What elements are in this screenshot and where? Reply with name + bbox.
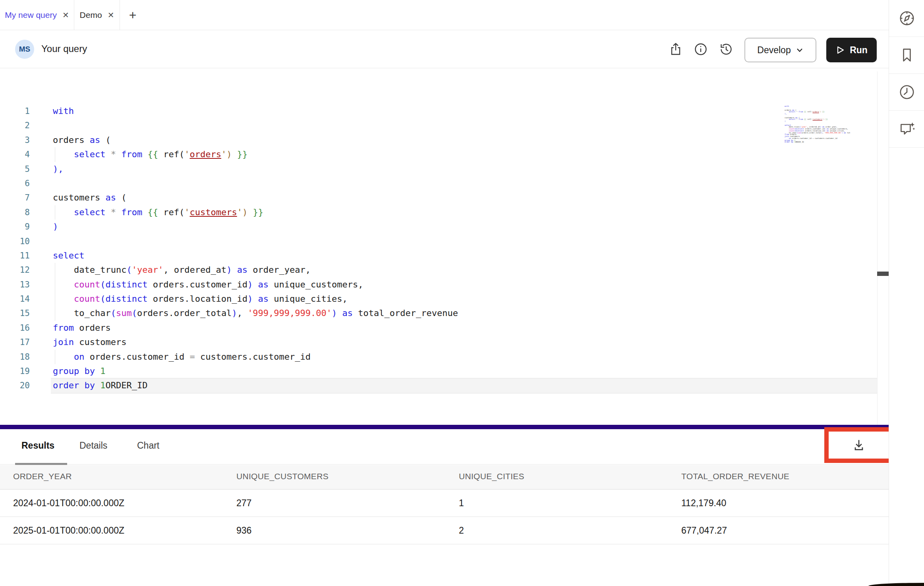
indent-guide (55, 205, 55, 220)
code-line[interactable] (51, 176, 877, 191)
tab-label: Demo (80, 10, 102, 20)
run-button[interactable]: Run (826, 38, 877, 62)
column-header[interactable]: TOTAL_ORDER_REVENUE (681, 472, 789, 481)
play-icon (835, 45, 845, 55)
code-line[interactable]: ) (51, 220, 877, 234)
chevron-down-icon (796, 46, 804, 54)
code-line[interactable]: with (51, 104, 877, 118)
code-line[interactable]: select (51, 249, 877, 263)
results-table-header: ORDER_YEAR UNIQUE_CUSTOMERS UNIQUE_CITIE… (0, 465, 889, 490)
clock-icon[interactable] (889, 74, 924, 111)
indent-guide (55, 147, 55, 162)
table-row: 2024-01-01T00:00:00.000Z 277 1 112,179.4… (0, 490, 889, 517)
code-line[interactable]: join customers (51, 335, 877, 349)
line-number: 16 (0, 321, 30, 335)
table-row: 2025-01-01T00:00:00.000Z 936 2 677,047.2… (0, 517, 889, 544)
line-number: 15 (0, 306, 30, 320)
tab-chart[interactable]: Chart (137, 440, 159, 451)
cell-unique-customers: 936 (236, 525, 251, 536)
editor-tabbar: My new query ✕ Demo ✕ + (0, 0, 889, 30)
line-number: 12 (0, 263, 30, 277)
code-line[interactable]: select * from {{ ref('orders') }} (51, 147, 877, 162)
indent-guide (55, 350, 55, 364)
indent-guide (55, 278, 55, 292)
cell-unique-cities: 2 (459, 525, 464, 536)
cell-order-year: 2025-01-01T00:00:00.000Z (13, 525, 124, 536)
line-number: 13 (0, 278, 30, 292)
cell-order-year: 2024-01-01T00:00:00.000Z (13, 498, 124, 509)
code-area[interactable]: withorders as ( select * from {{ ref('or… (51, 104, 877, 393)
code-line[interactable] (51, 234, 877, 249)
query-header: MS Your query Develop Run (0, 30, 889, 68)
cell-total-order-revenue: 677,047.27 (681, 525, 727, 536)
sql-editor[interactable]: 1234567891011121314151617181920 withorde… (0, 68, 889, 425)
line-number: 8 (0, 205, 30, 220)
minimap-line: order by 1ORDER_ID (785, 141, 850, 143)
tab-details[interactable]: Details (79, 440, 107, 451)
results-tabbar: Results Details Chart (0, 429, 889, 465)
screen-edge-artifact (868, 583, 924, 586)
line-number: 3 (0, 133, 30, 147)
code-line[interactable]: customers as ( (51, 191, 877, 205)
code-line[interactable]: ), (51, 162, 877, 176)
code-line[interactable]: orders as ( (51, 133, 877, 147)
code-line[interactable]: on orders.customer_id = customers.custom… (51, 350, 877, 364)
line-number: 14 (0, 292, 30, 306)
avatar: MS (15, 40, 34, 59)
line-number: 10 (0, 234, 30, 249)
code-line[interactable] (51, 118, 877, 133)
compass-icon[interactable] (889, 0, 924, 37)
line-number: 18 (0, 350, 30, 364)
develop-dropdown[interactable]: Develop (744, 38, 816, 62)
line-number: 1 (0, 104, 30, 118)
develop-label: Develop (757, 45, 791, 56)
info-icon[interactable] (694, 42, 708, 56)
right-sidebar (889, 0, 924, 586)
tab-label: My new query (5, 10, 57, 20)
run-label: Run (850, 45, 868, 56)
line-number: 11 (0, 249, 30, 263)
download-button[interactable] (851, 438, 866, 453)
column-header[interactable]: UNIQUE_CUSTOMERS (236, 472, 329, 481)
line-number: 5 (0, 162, 30, 176)
line-number-gutter: 1234567891011121314151617181920 (0, 104, 30, 393)
line-number: 20 (0, 378, 30, 393)
tab-demo[interactable]: Demo ✕ (74, 0, 120, 30)
cell-total-order-revenue: 112,179.40 (681, 498, 726, 509)
download-annotation-box (824, 427, 893, 463)
line-number: 9 (0, 220, 30, 234)
indent-guide (55, 292, 55, 306)
editor-scrollbar-thumb[interactable] (877, 272, 889, 276)
share-icon[interactable] (669, 42, 683, 56)
code-line[interactable]: select * from {{ ref('customers') }} (51, 205, 877, 220)
line-number: 19 (0, 364, 30, 378)
cell-unique-cities: 1 (459, 498, 464, 509)
history-icon[interactable] (719, 42, 733, 56)
editor-scrollbar-track (877, 71, 878, 425)
line-number: 2 (0, 118, 30, 133)
tab-results[interactable]: Results (21, 440, 54, 451)
code-line[interactable]: count(distinct orders.location_id) as un… (51, 292, 877, 306)
code-line[interactable]: to_char(sum(orders.order_total), '999,99… (51, 306, 877, 320)
bookmark-icon[interactable] (889, 37, 924, 74)
new-tab-button[interactable]: + (123, 0, 142, 30)
close-icon[interactable]: ✕ (108, 11, 114, 19)
close-icon[interactable]: ✕ (62, 11, 69, 19)
code-line[interactable]: from orders (51, 321, 877, 335)
code-line[interactable]: count(distinct orders.customer_id) as un… (51, 278, 877, 292)
code-line[interactable]: order by 1ORDER_ID (51, 378, 877, 393)
cell-unique-customers: 277 (236, 498, 251, 509)
code-line[interactable]: date_trunc('year', ordered_at) as order_… (51, 263, 877, 277)
column-header[interactable]: UNIQUE_CITIES (459, 472, 524, 481)
tab-my-new-query[interactable]: My new query ✕ (0, 0, 74, 30)
column-header[interactable]: ORDER_YEAR (13, 472, 72, 481)
line-number: 6 (0, 176, 30, 191)
code-line[interactable]: group by 1 (51, 364, 877, 378)
line-number: 4 (0, 147, 30, 162)
panel-divider-bar (0, 425, 889, 429)
line-number: 7 (0, 191, 30, 205)
ai-chat-icon[interactable] (889, 111, 924, 148)
page-title: Your query (41, 43, 87, 54)
minimap[interactable]: withorders as ( select * from {{ ref('or… (785, 106, 850, 145)
line-number: 17 (0, 335, 30, 349)
